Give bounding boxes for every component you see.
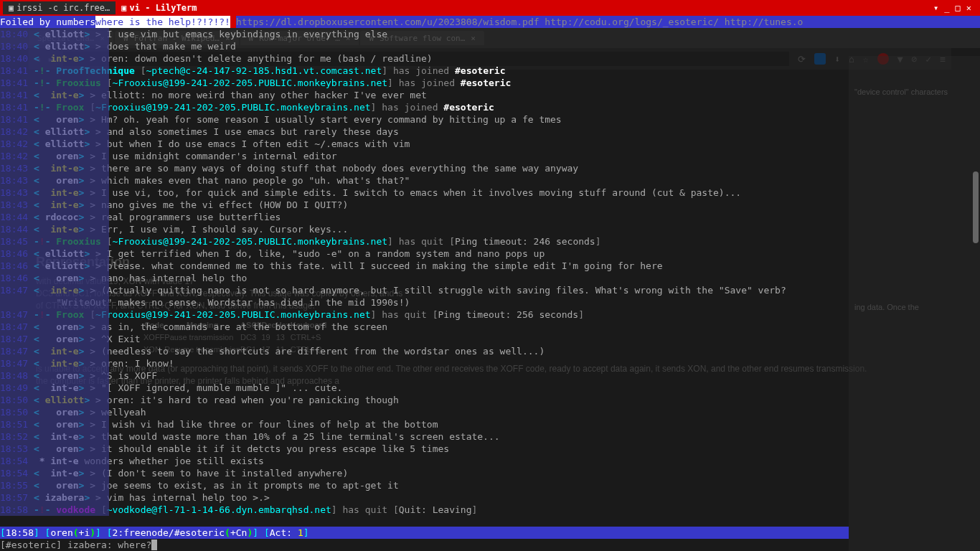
chat-area: Special Cha…× WFortran - Wikiped…× WRow-… <box>0 28 980 551</box>
terminal-icon: ▣ <box>121 3 126 13</box>
reload-icon[interactable]: ⟳ <box>798 53 806 65</box>
chat-line: 18:47 < int-e> > (Actually quitting nano… <box>0 284 786 296</box>
window-controls: ▾ _ □ ✕ <box>933 3 977 13</box>
topic-sep: | <box>230 16 236 28</box>
input-prompt: [#esoteric] <box>0 540 67 550</box>
irc-input[interactable]: [#esoteric] izabera: where? <box>0 539 849 551</box>
topic-text: Foiled by numbers <box>0 16 95 28</box>
bg-text: "device control" characters <box>854 85 974 99</box>
minimize2-button[interactable]: _ <box>944 3 949 13</box>
tab-label: irssi -c irc.free… <box>17 3 110 13</box>
bg-text: ing data. Once the <box>854 300 974 314</box>
irc-topic-bar: Foiled by numbers where is the help!?!?!… <box>0 16 980 28</box>
topic-highlight: where is the help!?!?!?! <box>95 16 230 28</box>
terminal-icon: ▣ <box>9 3 14 13</box>
cursor <box>151 540 157 550</box>
maximize-button[interactable]: □ <box>956 3 961 13</box>
topic-url: https://dl.dropboxusercontent.com/u/2023… <box>236 16 804 28</box>
terminal-tab-inactive[interactable]: ▣ irssi -c irc.free… <box>3 1 116 14</box>
close-button[interactable]: ✕ <box>966 3 971 13</box>
terminal-tab-active[interactable]: ▣ vi - LilyTerm <box>116 1 202 14</box>
chat-line: 18:43 < int-e> > I use vi, too, for quic… <box>0 187 741 199</box>
irc-status-bar: [18:58] [oren(+i)] [2:freenode/#esoteric… <box>0 527 849 539</box>
tab-label: vi - LilyTerm <box>130 3 197 13</box>
minimize-button[interactable]: ▾ <box>933 3 938 13</box>
right-panel: "device control" characters ing data. On… <box>849 56 980 551</box>
titlebar: ▣ irssi -c irc.free… ▣ vi - LilyTerm ▾ _… <box>0 0 980 16</box>
ext-icon[interactable] <box>814 53 826 65</box>
input-text: izabera: where? <box>67 540 151 550</box>
scrollbar-thumb[interactable] <box>973 171 979 243</box>
download-icon[interactable]: ⬇ <box>834 53 840 65</box>
